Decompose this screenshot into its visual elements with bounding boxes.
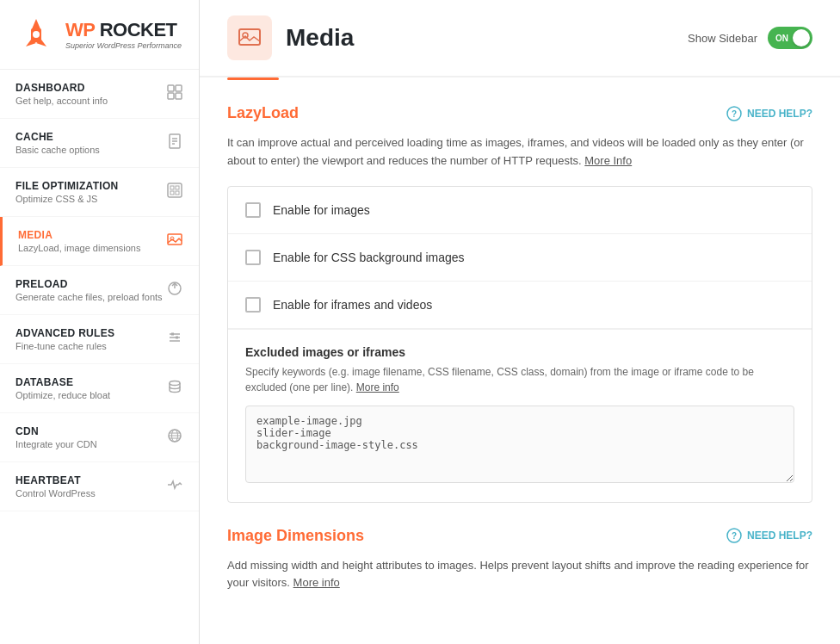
nav-item-title-database: DATABASE (15, 376, 110, 388)
nav-item-title-cache: CACHE (15, 131, 100, 143)
svg-rect-33 (239, 29, 260, 45)
nav-item-text-advanced-rules: ADVANCED RULES Fine-tune cache rules (15, 327, 114, 351)
option-label-iframes: Enable for iframes and videos (273, 298, 432, 312)
nav-item-text-heartbeat: HEARTBEAT Control WordPress (15, 474, 96, 498)
nav-item-sub-cache: Basic cache options (15, 145, 100, 155)
nav-item-sub-preload: Generate cache files, preload fonts (15, 292, 163, 302)
nav-item-sub-media: LazyLoad, image dimensions (18, 243, 140, 253)
image-dimensions-title: Image Dimensions (227, 527, 364, 545)
nav-item-sub-database: Optimize, reduce bloat (15, 390, 110, 400)
nav-item-title-dashboard: DASHBOARD (15, 82, 108, 94)
svg-point-27 (170, 381, 180, 385)
nav-icon-database (166, 378, 183, 399)
page-icon (227, 15, 272, 60)
page-header-left: Media (227, 15, 354, 60)
sidebar-item-dashboard[interactable]: DASHBOARD Get help, account info (0, 70, 199, 119)
sidebar-item-media[interactable]: MEDIA LazyLoad, image dimensions (0, 217, 199, 266)
nav-icon-advanced-rules (166, 329, 183, 350)
help-icon: ? (726, 106, 742, 121)
nav-item-title-media: MEDIA (18, 229, 140, 241)
image-dimensions-need-help[interactable]: ? NEED HELP? (726, 528, 812, 543)
logo-text: WP ROCKET Superior WordPress Performance (65, 19, 182, 50)
option-label-images: Enable for images (273, 203, 370, 217)
nav-icon-heartbeat (166, 476, 183, 498)
nav-icon-cdn (166, 427, 183, 449)
svg-rect-16 (176, 186, 179, 189)
svg-rect-14 (168, 183, 182, 197)
nav-item-sub-advanced-rules: Fine-tune cache rules (15, 341, 114, 351)
toggle-knob (793, 29, 810, 46)
nav-icon-cache (166, 133, 183, 154)
nav-item-text-cache: CACHE Basic cache options (15, 131, 100, 155)
option-row-images: Enable for images (228, 187, 812, 234)
image-dimensions-need-help-label: NEED HELP? (747, 529, 812, 542)
svg-rect-15 (170, 186, 174, 189)
main-content: Media Show Sidebar ON LazyLoad ? NEED HE… (200, 0, 840, 644)
nav-icon-dashboard (166, 84, 183, 105)
need-help-label: NEED HELP? (747, 108, 812, 120)
nav-item-title-advanced-rules: ADVANCED RULES (15, 327, 114, 339)
sidebar-item-cache[interactable]: CACHE Basic cache options (0, 119, 199, 168)
nav-item-text-cdn: CDN Integrate your CDN (15, 425, 97, 449)
checkbox-images[interactable] (245, 202, 261, 218)
page-header: Media Show Sidebar ON (200, 0, 840, 77)
logo-tagline: Superior WordPress Performance (65, 41, 182, 50)
nav-item-text-database: DATABASE Optimize, reduce bloat (15, 376, 110, 400)
svg-rect-18 (176, 191, 179, 195)
sidebar-logo: WP ROCKET Superior WordPress Performance (0, 0, 199, 70)
excluded-section: Excluded images or iframes Specify keywo… (228, 329, 812, 502)
lazyload-need-help[interactable]: ? NEED HELP? (726, 106, 812, 121)
nav-item-sub-dashboard: Get help, account info (15, 96, 108, 106)
svg-rect-7 (176, 85, 182, 91)
nav-item-title-heartbeat: HEARTBEAT (15, 474, 96, 486)
toggle-label: ON (775, 34, 788, 43)
excluded-desc-text: Specify keywords (e.g. image filename, C… (245, 366, 754, 393)
nav-item-title-file-optimization: FILE OPTIMIZATION (15, 180, 119, 192)
nav-item-text-file-optimization: FILE OPTIMIZATION Optimize CSS & JS (15, 180, 119, 204)
svg-rect-8 (168, 93, 174, 99)
svg-rect-26 (176, 336, 178, 338)
nav-icon-preload (166, 280, 183, 301)
sidebar-navigation: DASHBOARD Get help, account info CACHE B… (0, 70, 199, 644)
nav-item-sub-cdn: Integrate your CDN (15, 439, 97, 449)
sidebar-item-file-optimization[interactable]: FILE OPTIMIZATION Optimize CSS & JS (0, 168, 199, 217)
sidebar-item-database[interactable]: DATABASE Optimize, reduce bloat (0, 364, 199, 413)
svg-rect-25 (171, 332, 174, 335)
excluded-title: Excluded images or iframes (245, 345, 794, 359)
checkbox-css-bg[interactable] (245, 250, 261, 265)
image-dimensions-more-info-link[interactable]: More info (293, 576, 340, 589)
sidebar-item-heartbeat[interactable]: HEARTBEAT Control WordPress (0, 462, 199, 511)
svg-point-5 (33, 31, 40, 38)
content-area: LazyLoad ? NEED HELP? It can improve act… (200, 80, 840, 616)
lazyload-more-info-link[interactable]: More Info (584, 154, 632, 167)
nav-item-title-cdn: CDN (15, 425, 97, 437)
nav-item-text-dashboard: DASHBOARD Get help, account info (15, 82, 108, 106)
sidebar-item-preload[interactable]: PRELOAD Generate cache files, preload fo… (0, 266, 199, 315)
logo-title: WP ROCKET (65, 19, 182, 41)
svg-rect-17 (170, 191, 174, 195)
sidebar-toggle[interactable]: ON (768, 27, 812, 49)
option-label-css-bg: Enable for CSS background images (273, 251, 465, 264)
sidebar: WP ROCKET Superior WordPress Performance… (0, 0, 200, 644)
nav-item-text-preload: PRELOAD Generate cache files, preload fo… (15, 278, 163, 302)
excluded-textarea[interactable] (245, 406, 794, 483)
show-sidebar-label: Show Sidebar (688, 32, 757, 45)
lazyload-description: It can improve actual and perceived load… (227, 134, 812, 170)
nav-icon-media (166, 231, 183, 252)
sidebar-item-cdn[interactable]: CDN Integrate your CDN (0, 413, 199, 462)
sidebar-item-advanced-rules[interactable]: ADVANCED RULES Fine-tune cache rules (0, 315, 199, 364)
nav-icon-file-optimization (166, 182, 183, 203)
lazyload-section-header: LazyLoad ? NEED HELP? (227, 104, 812, 122)
option-row-css-bg: Enable for CSS background images (228, 234, 812, 282)
svg-text:?: ? (732, 109, 737, 119)
checkbox-iframes[interactable] (245, 297, 261, 313)
help-icon-2: ? (726, 528, 742, 543)
lazyload-title: LazyLoad (227, 104, 299, 122)
page-title: Media (286, 24, 354, 52)
nav-item-sub-heartbeat: Control WordPress (15, 488, 96, 498)
svg-text:?: ? (732, 531, 737, 541)
image-dimensions-section-header: Image Dimensions ? NEED HELP? (227, 527, 812, 545)
option-row-iframes: Enable for iframes and videos (228, 282, 812, 329)
excluded-more-info-link[interactable]: More info (356, 381, 399, 393)
svg-rect-9 (176, 93, 182, 99)
